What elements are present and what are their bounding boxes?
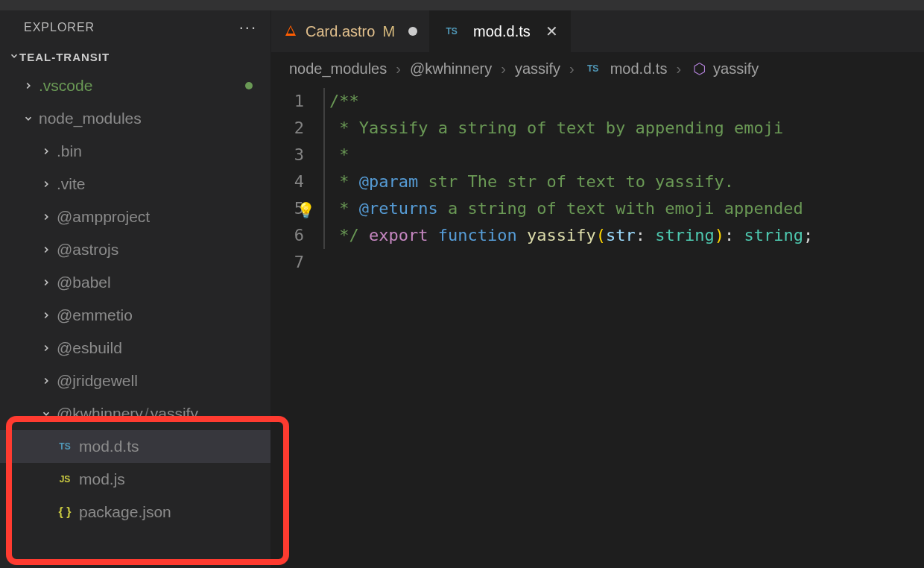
tree-file[interactable]: { }package.json [0, 496, 270, 528]
tree-folder[interactable]: @astrojs [0, 233, 270, 266]
breadcrumb[interactable]: node_modules›@kwhinnery›yassify›TSmod.d.… [271, 52, 924, 85]
code-line[interactable]: */ export function yassify(str: string):… [329, 222, 813, 249]
tab-filename: Card.astro [306, 23, 375, 40]
breadcrumb-file[interactable]: mod.d.ts [610, 60, 668, 78]
tree-folder[interactable]: @jridgewell [0, 365, 270, 397]
editor-tab[interactable]: Card.astroM [271, 10, 430, 52]
typescript-icon: TS [55, 438, 75, 455]
tab-modified-suffix: M [382, 23, 395, 40]
breadcrumb-segment[interactable]: @kwhinnery [410, 60, 492, 78]
chevron-right-icon: › [495, 60, 512, 78]
breadcrumb-segment[interactable]: yassify [515, 60, 560, 78]
chevron-right-icon [40, 309, 52, 321]
line-number: 6 [271, 222, 304, 249]
code-line[interactable] [329, 249, 813, 276]
tree-item-label: node_modules [39, 110, 142, 127]
chevron-right-icon [40, 277, 52, 288]
editor-area: Card.astroMTSmod.d.ts✕ node_modules›@kwh… [271, 10, 924, 568]
chevron-down-icon [9, 51, 19, 63]
close-icon[interactable]: ✕ [545, 22, 558, 40]
code-line[interactable]: /** [329, 88, 813, 115]
json-icon: { } [55, 504, 75, 520]
tree-item-label: @esbuild [57, 339, 122, 357]
tree-folder[interactable]: @kwhinnery / yassify [0, 397, 270, 430]
code-line[interactable]: * Yassify a string of text by appending … [329, 115, 813, 142]
tree-item-label: .bin [57, 142, 82, 160]
editor-tab[interactable]: TSmod.d.ts✕ [430, 10, 571, 52]
tree-folder[interactable]: .vite [0, 168, 270, 201]
code-editor[interactable]: 1234567 💡 /** * Yassify a string of text… [271, 85, 924, 276]
tree-folder[interactable]: @esbuild [0, 332, 270, 365]
line-gutter: 1234567 [271, 88, 325, 276]
tree-file[interactable]: JSmod.js [0, 463, 270, 496]
line-number: 3 [271, 142, 304, 168]
chevron-right-icon [40, 178, 52, 190]
tree-file[interactable]: TSmod.d.ts [0, 430, 270, 463]
explorer-section-header[interactable]: TEAL-TRANSIT [0, 45, 270, 69]
tree-item-label: mod.d.ts [79, 438, 139, 455]
dirty-dot-icon [408, 27, 417, 36]
code-line[interactable]: * [329, 142, 813, 168]
tree-item-label: .vite [57, 175, 86, 193]
explorer-sidebar: EXPLORER ··· TEAL-TRANSIT .vscodenode_mo… [0, 10, 271, 568]
chevron-down-icon [40, 408, 52, 420]
explorer-header: EXPLORER ··· [0, 10, 270, 45]
tree-folder[interactable]: @ampproject [0, 201, 270, 233]
chevron-right-icon [40, 375, 52, 387]
code-line[interactable]: * @returns a string of text with emoji a… [329, 195, 813, 222]
tree-folder[interactable]: .bin [0, 135, 270, 168]
tree-item-label: @astrojs [57, 241, 118, 259]
tree-item-label: .vscode [39, 77, 92, 95]
astro-icon [283, 24, 298, 39]
chevron-right-icon [40, 145, 52, 157]
tree-item-label: yassify [151, 405, 198, 423]
tree-item-label: @ampproject [57, 208, 150, 226]
chevron-right-icon: › [670, 60, 687, 78]
tree-item-label: package.json [79, 503, 171, 521]
editor-tabs: Card.astroMTSmod.d.ts✕ [271, 10, 924, 52]
tab-filename: mod.d.ts [473, 23, 531, 40]
section-title: TEAL-TRANSIT [19, 51, 110, 63]
breadcrumb-segment[interactable]: node_modules [289, 60, 387, 78]
line-number: 4 [271, 168, 304, 195]
tree-folder[interactable]: @emmetio [0, 299, 270, 332]
lightbulb-icon[interactable]: 💡 [297, 197, 315, 224]
tree-folder[interactable]: .vscode [0, 69, 270, 102]
javascript-icon: JS [55, 471, 75, 487]
symbol-method-icon: ⬡ [693, 60, 706, 78]
code-body[interactable]: 💡 /** * Yassify a string of text by appe… [325, 88, 813, 276]
line-number: 7 [271, 249, 304, 276]
chevron-right-icon: › [563, 60, 580, 78]
path-separator: / [143, 405, 151, 423]
tree-item-label: @kwhinnery [57, 405, 143, 423]
breadcrumb-symbol[interactable]: yassify [713, 60, 759, 78]
typescript-icon: TS [583, 60, 603, 77]
code-line[interactable]: * @param str The str of text to yassify. [329, 168, 813, 195]
tree-folder[interactable]: node_modules [0, 102, 270, 135]
explorer-title: EXPLORER [24, 21, 95, 34]
chevron-right-icon [40, 244, 52, 256]
titlebar [0, 0, 924, 10]
chevron-down-icon [22, 113, 34, 124]
tree-item-label: @babel [57, 274, 111, 291]
line-number: 1 [271, 88, 304, 115]
indent-guide [323, 88, 325, 249]
tree-item-label: mod.js [79, 470, 125, 488]
tree-folder[interactable]: @babel [0, 266, 270, 299]
tree-item-label: @emmetio [57, 306, 133, 324]
chevron-right-icon [40, 342, 52, 354]
modified-dot-icon [245, 82, 253, 89]
line-number: 2 [271, 115, 304, 142]
chevron-right-icon [40, 211, 52, 223]
chevron-right-icon [22, 80, 34, 92]
typescript-icon: TS [442, 23, 461, 40]
chevron-right-icon: › [390, 60, 407, 78]
file-tree: .vscodenode_modules.bin.vite@ampproject@… [0, 69, 270, 568]
tree-item-label: @jridgewell [57, 372, 138, 390]
